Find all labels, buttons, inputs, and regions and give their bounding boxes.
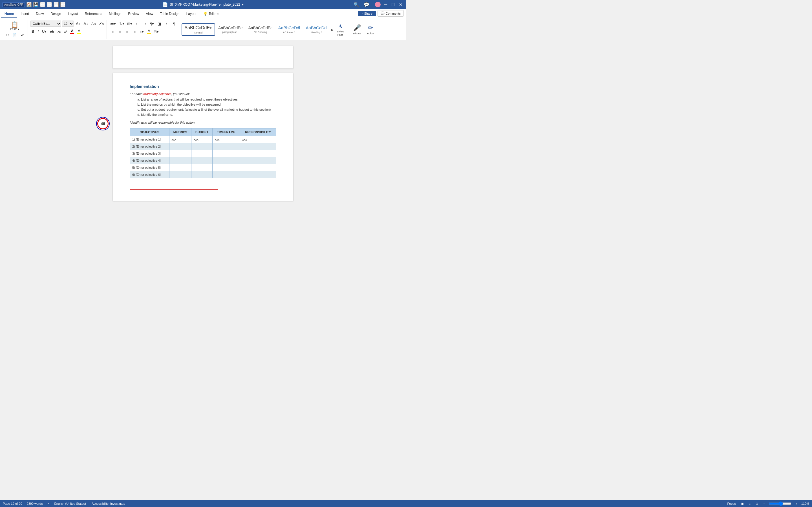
multilevel-list-button[interactable]: ⊞▾: [126, 20, 133, 27]
metrics-cell[interactable]: [169, 150, 192, 157]
save-icon[interactable]: 💾: [33, 2, 38, 7]
timeframe-cell[interactable]: [212, 143, 240, 150]
budget-cell[interactable]: [192, 143, 213, 150]
metrics-cell[interactable]: [169, 164, 192, 171]
timeframe-cell[interactable]: [212, 150, 240, 157]
align-center-button[interactable]: ≡: [116, 28, 123, 35]
more-icon[interactable]: •••: [60, 2, 65, 7]
font-size-select[interactable]: 12: [62, 20, 74, 27]
responsibility-cell[interactable]: [240, 171, 276, 178]
share-button[interactable]: ↑ Share: [358, 11, 376, 16]
tab-layout2[interactable]: Layout: [183, 10, 200, 18]
copy-button[interactable]: 📄: [11, 32, 18, 38]
subscript-button[interactable]: x₂: [56, 29, 62, 35]
pilcrow-button[interactable]: ¶: [170, 20, 177, 27]
responsibility-cell[interactable]: [240, 157, 276, 164]
text-color-button[interactable]: A: [69, 28, 75, 35]
tab-design[interactable]: Design: [47, 10, 64, 18]
tab-tell-me[interactable]: 💡 Tell me: [200, 10, 223, 18]
help-button[interactable]: 💬: [363, 1, 370, 8]
tab-insert[interactable]: Insert: [17, 10, 33, 18]
close-button[interactable]: ✕: [398, 1, 404, 8]
format-painter-button[interactable]: 🖌: [18, 32, 26, 38]
decrease-indent-button[interactable]: ⇤: [134, 20, 141, 27]
responsibility-cell[interactable]: [240, 150, 276, 157]
increase-font-button[interactable]: A↑: [75, 20, 82, 27]
style-ac-level-1[interactable]: AaBbCcDdl AC Level 1: [276, 24, 303, 35]
responsibility-cell[interactable]: xxx: [240, 136, 276, 143]
avatar[interactable]: [375, 2, 380, 7]
budget-cell[interactable]: xxx: [192, 136, 213, 143]
redo-icon[interactable]: ↪: [47, 2, 52, 7]
decrease-font-button[interactable]: A↓: [82, 20, 89, 27]
budget-cell[interactable]: [192, 157, 213, 164]
budget-cell[interactable]: [192, 150, 213, 157]
timeframe-cell[interactable]: [212, 171, 240, 178]
objective-cell[interactable]: 6) [Enter objective 6]: [130, 171, 169, 178]
tab-references[interactable]: References: [82, 10, 105, 18]
format-marks-button[interactable]: ¶▾: [149, 20, 155, 27]
metrics-cell[interactable]: [169, 143, 192, 150]
clear-formatting-button[interactable]: ✗A: [98, 20, 105, 27]
objective-cell[interactable]: 1) [Enter objective 1]: [130, 136, 169, 143]
tab-review[interactable]: Review: [124, 10, 142, 18]
budget-cell[interactable]: [192, 171, 213, 178]
objective-cell[interactable]: 5) [Enter objective 5]: [130, 164, 169, 171]
sort-button[interactable]: ↕: [163, 20, 170, 27]
line-spacing-button[interactable]: ↕▾: [139, 28, 145, 35]
metrics-cell[interactable]: [169, 157, 192, 164]
responsibility-cell[interactable]: [240, 143, 276, 150]
align-right-button[interactable]: ≡: [124, 28, 131, 35]
cloud-icon[interactable]: ☁: [54, 2, 59, 7]
timeframe-cell[interactable]: [212, 164, 240, 171]
tab-view[interactable]: View: [143, 10, 157, 18]
increase-indent-button[interactable]: ⇥: [141, 20, 148, 27]
show-hide-button[interactable]: ◨: [156, 20, 163, 27]
timeframe-cell[interactable]: xxx: [212, 136, 240, 143]
objective-cell[interactable]: 2) [Enter objective 2]: [130, 143, 169, 150]
tab-draw[interactable]: Draw: [33, 10, 47, 18]
bullets-button[interactable]: ≔▾: [109, 20, 117, 27]
cut-button[interactable]: ✂: [4, 32, 11, 38]
align-left-button[interactable]: ≡: [109, 28, 116, 35]
home-icon[interactable]: 🏠: [27, 2, 32, 7]
superscript-button[interactable]: x²: [63, 29, 68, 35]
strikethrough-button[interactable]: ab: [49, 29, 55, 35]
objective-cell[interactable]: 3) [Enter objective 3]: [130, 150, 169, 157]
comments-button[interactable]: 💬 Comments: [377, 10, 404, 17]
styles-more-button[interactable]: ▸: [331, 26, 334, 33]
search-button[interactable]: 🔍: [352, 1, 360, 8]
italic-button[interactable]: I: [36, 29, 40, 35]
tab-table-design[interactable]: Table Design: [156, 10, 183, 18]
bold-button[interactable]: B: [30, 29, 36, 35]
maximize-button[interactable]: □: [391, 1, 396, 8]
highlight-button[interactable]: A: [76, 28, 82, 35]
shading-button[interactable]: A: [146, 28, 152, 35]
justify-button[interactable]: ≡: [131, 28, 138, 35]
tab-home[interactable]: Home: [1, 10, 17, 18]
underline-button[interactable]: U▾: [41, 29, 48, 35]
tab-mailings[interactable]: Mailings: [105, 10, 124, 18]
responsibility-cell[interactable]: [240, 164, 276, 171]
styles-pane-button[interactable]: 𝐀 Styles Pane: [335, 22, 346, 38]
style-normal[interactable]: AaBbCcDdEe Normal: [182, 23, 215, 36]
dictate-button[interactable]: 🎤 Dictate: [350, 23, 364, 36]
change-case-button[interactable]: Aa: [90, 20, 97, 27]
undo-icon[interactable]: ↩: [40, 2, 45, 7]
paste-button[interactable]: 📋 Paste ▾: [9, 21, 20, 31]
timeframe-cell[interactable]: [212, 157, 240, 164]
borders-button[interactable]: ⊞▾: [153, 28, 160, 35]
numbered-list-button[interactable]: ⒈▾: [117, 20, 125, 27]
metrics-cell[interactable]: [169, 171, 192, 178]
style-heading-2[interactable]: AaBbCcDdl Heading 2: [303, 24, 330, 35]
metrics-cell[interactable]: xxx: [169, 136, 192, 143]
style-no-spacing[interactable]: AaBbCcDdEe No Spacing: [246, 24, 275, 35]
editor-button[interactable]: ✏ Editor: [364, 23, 377, 36]
style-paragraph-after[interactable]: AaBbCcDdEe paragraph af...: [216, 24, 245, 35]
budget-cell[interactable]: [192, 164, 213, 171]
font-family-select[interactable]: Calibri (Bo...: [30, 20, 61, 27]
minimize-button[interactable]: ─: [383, 1, 388, 8]
autosave-badge[interactable]: AutoSave OFF: [2, 2, 25, 7]
objective-cell[interactable]: 4) [Enter objective 4]: [130, 157, 169, 164]
tab-layout[interactable]: Layout: [64, 10, 82, 18]
